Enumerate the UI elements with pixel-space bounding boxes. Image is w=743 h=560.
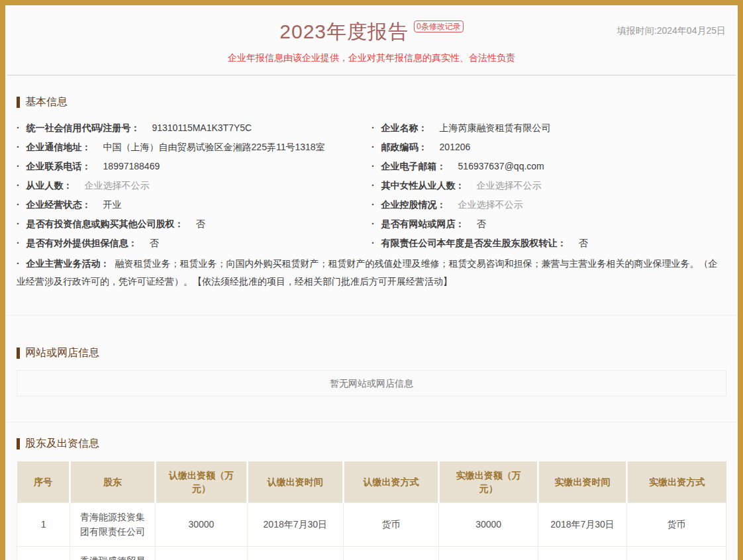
cell-subscribed-amount: 10000: [155, 546, 247, 560]
header-divider: [7, 75, 736, 75]
section-bar-icon: [17, 348, 20, 359]
field-employee-count: 从业人数：企业选择不公示: [17, 176, 372, 195]
col-header-subscribed-amount: 认缴出资额（万元）: [155, 461, 247, 502]
cell-paid-method: 其他: [627, 546, 726, 560]
basic-info-right-column: 企业名称：上海芮康融资租赁有限公司 邮政编码：201206 企业电子邮箱：516…: [372, 118, 726, 253]
shareholders-title: 股东及出资信息: [17, 437, 726, 451]
table-header-row: 序号 股东 认缴出资额（万元） 认缴出资时间 认缴出资方式 实缴出资额（万元） …: [17, 461, 726, 502]
section-bar-icon: [17, 438, 20, 449]
field-equity-transfer: 有限责任公司本年度是否发生股东股权转让：否: [372, 234, 726, 253]
shareholders-table: 序号 股东 认缴出资额（万元） 认缴出资时间 认缴出资方式 实缴出资额（万元） …: [17, 461, 726, 560]
field-female-employee-count: 其中女性从业人数：企业选择不公示: [372, 176, 726, 195]
cell-paid-amount: 0: [439, 546, 538, 560]
field-address: 企业通信地址：中国（上海）自由贸易试验区金湘路225弄11号1318室: [17, 138, 372, 157]
basic-info-grid: 统一社会信用代码/注册号：91310115MA1K3T7Y5C 企业通信地址：中…: [17, 118, 726, 253]
section-website-info: 网站或网店信息 暂无网站或网店信息: [5, 346, 738, 397]
cell-index: 1: [17, 502, 70, 546]
field-operating-status: 企业经营状态：开业: [17, 195, 372, 214]
field-holding-status: 企业控股情况：企业选择不公示: [372, 195, 726, 214]
field-email: 企业电子邮箱：516937637@qq.com: [372, 157, 726, 176]
fill-time: 填报时间:2024年04月25日: [617, 25, 726, 37]
section-basic-info: 基本信息 统一社会信用代码/注册号：91310115MA1K3T7Y5C 企业通…: [5, 95, 738, 291]
section-bar-icon: [17, 97, 20, 108]
basic-info-left-column: 统一社会信用代码/注册号：91310115MA1K3T7Y5C 企业通信地址：中…: [17, 118, 372, 253]
disclaimer-text: 企业年报信息由该企业提供，企业对其年报信息的真实性、合法性负责: [5, 52, 738, 64]
website-info-title: 网站或网店信息: [17, 346, 726, 360]
cell-shareholder: 香港瑞盛德贸易有限公司: [70, 546, 156, 560]
field-phone: 企业联系电话：18997188469: [17, 157, 372, 176]
shareholders-title-label: 股东及出资信息: [25, 437, 99, 451]
cell-subscribed-method: 货币: [343, 546, 439, 560]
field-company-name: 企业名称：上海芮康融资租赁有限公司: [372, 118, 726, 138]
field-credit-code: 统一社会信用代码/注册号：91310115MA1K3T7Y5C: [17, 118, 372, 138]
col-header-subscribed-date: 认缴出资时间: [248, 461, 344, 502]
field-has-guarantee: 是否有对外提供担保信息：否: [17, 234, 372, 253]
basic-info-title-label: 基本信息: [25, 95, 68, 109]
cell-shareholder: 青海能源投资集团有限责任公司: [70, 502, 156, 546]
cell-paid-amount: 30000: [439, 502, 538, 546]
cell-subscribed-amount: 30000: [155, 502, 247, 546]
basic-info-title: 基本信息: [17, 95, 726, 109]
table-row: 2 香港瑞盛德贸易有限公司 10000 2018年7月30日 货币 0 其他: [17, 546, 726, 560]
col-header-paid-method: 实缴出资方式: [627, 461, 726, 502]
section-divider-1: [5, 315, 738, 316]
field-main-business: 企业主营业务活动：融资租赁业务；租赁业务；向国内外购买租赁财产；租赁财产的残值处…: [17, 255, 726, 291]
cell-paid-method: 货币: [627, 502, 726, 546]
col-header-paid-date: 实缴出资时间: [538, 461, 627, 502]
cell-paid-date: 2018年7月30日: [538, 502, 627, 546]
report-header: 2023年度报告0条修改记录 填报时间:2024年04月25日 企业年报信息由该…: [5, 5, 738, 75]
cell-subscribed-date: 2018年7月30日: [248, 502, 344, 546]
col-header-subscribed-method: 认缴出资方式: [343, 461, 439, 502]
cell-index: 2: [17, 546, 70, 560]
col-header-shareholder: 股东: [70, 461, 156, 502]
cell-subscribed-method: 货币: [343, 502, 439, 546]
website-empty-message: 暂无网站或网店信息: [17, 370, 726, 397]
annual-report-page: { "colors": { "frame_gold": "#c9993d", "…: [0, 0, 743, 560]
cell-paid-date: [538, 546, 627, 560]
table-row: 1 青海能源投资集团有限责任公司 30000 2018年7月30日 货币 300…: [17, 502, 726, 546]
field-postal-code: 邮政编码：201206: [372, 138, 726, 157]
col-header-paid-amount: 实缴出资额（万元）: [439, 461, 538, 502]
section-divider-2: [5, 422, 738, 422]
revision-record-badge[interactable]: 0条修改记录: [414, 21, 464, 32]
section-shareholders: 股东及出资信息 序号 股东 认缴出资额（万元） 认缴出资时间 认缴出资方式 实缴…: [5, 437, 738, 560]
website-info-title-label: 网站或网店信息: [25, 346, 99, 360]
field-has-investment: 是否有投资信息或购买其他公司股权：否: [17, 214, 372, 234]
col-header-index: 序号: [17, 461, 70, 502]
field-has-website: 是否有网站或网店：否: [372, 214, 726, 234]
page-title: 2023年度报告: [279, 21, 409, 42]
cell-subscribed-date: 2018年7月30日: [248, 546, 344, 560]
